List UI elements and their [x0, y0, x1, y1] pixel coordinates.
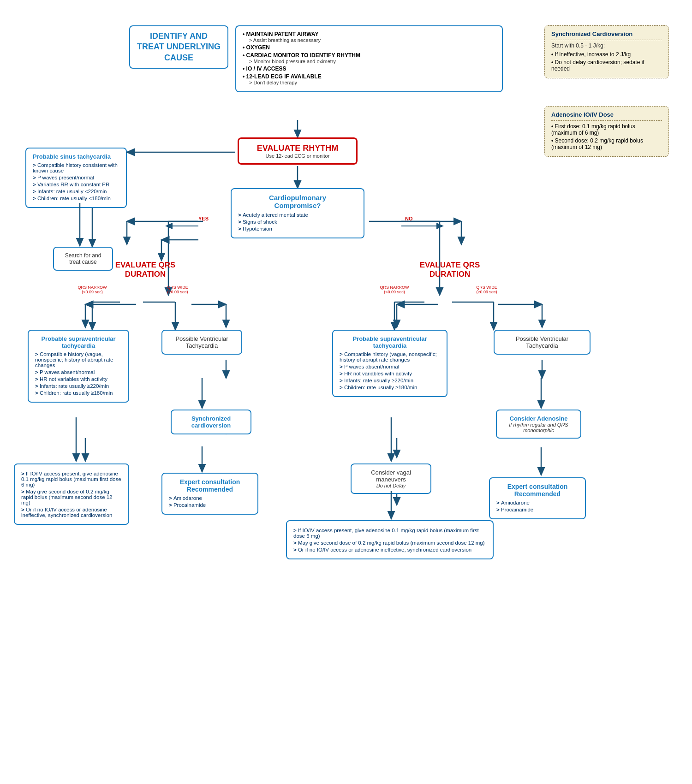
- initial-actions-list: MAINTAIN PATENT AIRWAY > Assist breathin…: [243, 31, 495, 85]
- synchronized-cardioversion-box: Synchronizedcardioversion: [171, 410, 251, 434]
- no-label: NO: [405, 216, 413, 221]
- possible-vt-right: Possible VentricularTachycardia: [494, 330, 591, 355]
- svt-item: Infants: rate usually ≥220/min: [35, 383, 122, 389]
- expert-item: Procainamide: [169, 502, 251, 508]
- svt-item: Children: rate usually ≥180/min: [340, 385, 440, 390]
- adenosine-consider-sub: If rhythm regular and QRS monomorphic: [503, 422, 574, 433]
- svt-item: Children: rate usually ≥180/min: [35, 390, 122, 396]
- action-item: CARDIAC MONITOR TO IDENTIFY RHYTHM > Mon…: [243, 52, 495, 64]
- adenosine-dose-right: If IO/IV access present, give adenosine …: [286, 520, 494, 559]
- svt-right-list: Compatible history (vague, nonspecific; …: [340, 351, 440, 390]
- svt-item: Infants: rate usually ≥220/min: [340, 378, 440, 383]
- consider-adenosine-box: Consider Adenosine If rhythm regular and…: [496, 410, 581, 439]
- initial-actions-box: MAINTAIN PATENT AIRWAY > Assist breathin…: [235, 25, 503, 92]
- svt-right-title: Probable supraventriculartachycardia: [340, 335, 440, 349]
- action-item: 12-LEAD ECG IF AVAILABLE > Don't delay t…: [243, 73, 495, 85]
- probable-sinus-title: Probable sinus tachycardia: [33, 153, 119, 160]
- adenosine-dose-left-list: If IO/IV access present, give adenosine …: [21, 471, 122, 518]
- side-card-list: If ineffective, increase to 2 J/kg Do no…: [551, 51, 662, 72]
- dose-item: If IO/IV access present, give adenosine …: [21, 471, 122, 487]
- yes-label: YES: [198, 216, 209, 221]
- svt-item: Compatible history (vague, nonspecific; …: [340, 351, 440, 362]
- identify-treat-title: IDENTIFY ANDTREAT UNDERLYINGCAUSE: [137, 31, 221, 63]
- vagal-title: Consider vagal maneuvers: [358, 469, 424, 483]
- action-item: OXYGEN: [243, 44, 495, 51]
- cardiopulmonary-box: CardiopulmonaryCompromise? Acutely alter…: [231, 188, 364, 238]
- action-item: MAINTAIN PATENT AIRWAY > Assist breathin…: [243, 31, 495, 43]
- adenosine-list: First dose: 0.1 mg/kg rapid bolus (maxim…: [551, 123, 662, 150]
- cp-item: Acutely altered mental state: [238, 212, 357, 218]
- svt-item: Compatible history (vague, nonspecific; …: [35, 351, 122, 368]
- consider-vagal-box: Consider vagal maneuvers Do not Delay: [351, 463, 431, 494]
- cp-item: Signs of shock: [238, 219, 357, 225]
- expert-item: Amiodarone: [496, 500, 579, 505]
- expert-left-title: Expert consultationRecommended: [169, 478, 251, 493]
- evaluate-rhythm-title: EVALUATE RHYTHM: [245, 143, 350, 153]
- possible-vt-right-title: Possible VentricularTachycardia: [501, 335, 583, 349]
- expert-right-list: Amiodarone Procainamide: [496, 500, 579, 512]
- sinus-item: Infants: rate usually <220/min: [33, 189, 119, 194]
- dose-item: May give second dose of 0.2 mg/kg rapid …: [21, 489, 122, 505]
- expert-item: Amiodarone: [169, 495, 251, 501]
- adenosine-box-title: Adenosine IO/IV Dose: [551, 111, 662, 118]
- adenosine-item: Second dose: 0.2 mg/kg rapid bolus (maxi…: [551, 137, 662, 150]
- svt-left-list: Compatible history (vague, nonspecific; …: [35, 351, 122, 396]
- evaluate-qrs-left: EVALUATE QRSDURATION: [108, 261, 182, 279]
- cardiopulmonary-list: Acutely altered mental state Signs of sh…: [238, 212, 357, 232]
- dose-item: If IO/IV access present, give adenosine …: [293, 528, 486, 539]
- dose-item: Or if no IO/IV access or adenosine ineff…: [293, 547, 486, 552]
- svt-item: P waves absent/normal: [340, 364, 440, 369]
- svt-item: HR not variables with activity: [340, 371, 440, 376]
- adenosine-dose-left: If IO/IV access present, give adenosine …: [14, 463, 129, 525]
- qrs-narrow-label-right: QRS NARROW(<0.09 sec): [378, 285, 411, 294]
- sinus-item: Children: rate usually <180/min: [33, 196, 119, 201]
- evaluate-qrs-right: EVALUATE QRSDURATION: [413, 261, 487, 279]
- flowchart-container: Synchronized Cardioversion Start with 0.…: [0, 0, 692, 784]
- side-info-cardioversion: Synchronized Cardioversion Start with 0.…: [544, 25, 669, 78]
- side-card-item: Do not delay cardioversion; sedate if ne…: [551, 59, 662, 72]
- probable-sinus-list: Compatible history consistent with known…: [33, 162, 119, 201]
- side-card-item: If ineffective, increase to 2 J/kg: [551, 51, 662, 58]
- svt-item: HR not variables with activity: [35, 376, 122, 382]
- svt-left-title: Probable supraventriculartachycardia: [35, 335, 122, 349]
- expert-consultation-left: Expert consultationRecommended Amiodaron…: [161, 473, 258, 515]
- svt-item: P waves absent/normal: [35, 369, 122, 375]
- action-item: IO / IV ACCESS: [243, 65, 495, 72]
- cp-item: Hypotension: [238, 226, 357, 232]
- sinus-item: Variables RR with constant PR: [33, 182, 119, 187]
- adenosine-consider-title: Consider Adenosine: [503, 415, 574, 422]
- expert-right-title: Expert consultationRecommended: [496, 483, 579, 498]
- probable-svt-right: Probable supraventriculartachycardia Com…: [332, 330, 447, 397]
- qrs-wide-label-right: QRS WIDE(≥0.09 sec): [471, 285, 503, 294]
- evaluate-rhythm-sub: Use 12-lead ECG or monitor: [245, 153, 350, 159]
- expert-item: Procainamide: [496, 507, 579, 512]
- side-card-title: Synchronized Cardioversion: [551, 30, 662, 37]
- adenosine-item: First dose: 0.1 mg/kg rapid bolus (maxim…: [551, 123, 662, 136]
- sinus-item: P waves present/normal: [33, 175, 119, 180]
- expert-consultation-right: Expert consultationRecommended Amiodaron…: [489, 477, 586, 519]
- sinus-item: Compatible history consistent with known…: [33, 162, 119, 173]
- side-info-adenosine: Adenosine IO/IV Dose First dose: 0.1 mg/…: [544, 106, 669, 157]
- identify-treat-box: IDENTIFY ANDTREAT UNDERLYINGCAUSE: [129, 25, 228, 69]
- possible-vt-left: Possible VentricularTachycardia: [161, 330, 242, 355]
- adenosine-dose-right-list: If IO/IV access present, give adenosine …: [293, 528, 486, 552]
- expert-left-list: Amiodarone Procainamide: [169, 495, 251, 508]
- qrs-narrow-label-left: QRS NARROW(<0.09 sec): [76, 285, 108, 294]
- cardiopulmonary-title: CardiopulmonaryCompromise?: [238, 194, 357, 209]
- side-card-subtitle: Start with 0.5 - 1 J/kg:: [551, 42, 662, 49]
- qrs-wide-label-left: QRS WIDE(≥0.09 sec): [161, 285, 194, 294]
- dose-item: May give second dose of 0.2 mg/kg rapid …: [293, 540, 486, 546]
- search-treat-text: Search for and treat cause: [60, 252, 106, 265]
- vagal-sub: Do not Delay: [358, 483, 424, 488]
- evaluate-rhythm-box: EVALUATE RHYTHM Use 12-lead ECG or monit…: [238, 137, 358, 165]
- dose-item: Or if no IO/IV access or adenosine ineff…: [21, 507, 122, 518]
- probable-svt-left: Probable supraventriculartachycardia Com…: [28, 330, 129, 403]
- probable-sinus-box: Probable sinus tachycardia Compatible hi…: [25, 148, 127, 208]
- search-treat-box: Search for and treat cause: [53, 247, 113, 271]
- sync-cardio-title: Synchronizedcardioversion: [178, 415, 244, 429]
- possible-vt-left-title: Possible VentricularTachycardia: [169, 335, 235, 349]
